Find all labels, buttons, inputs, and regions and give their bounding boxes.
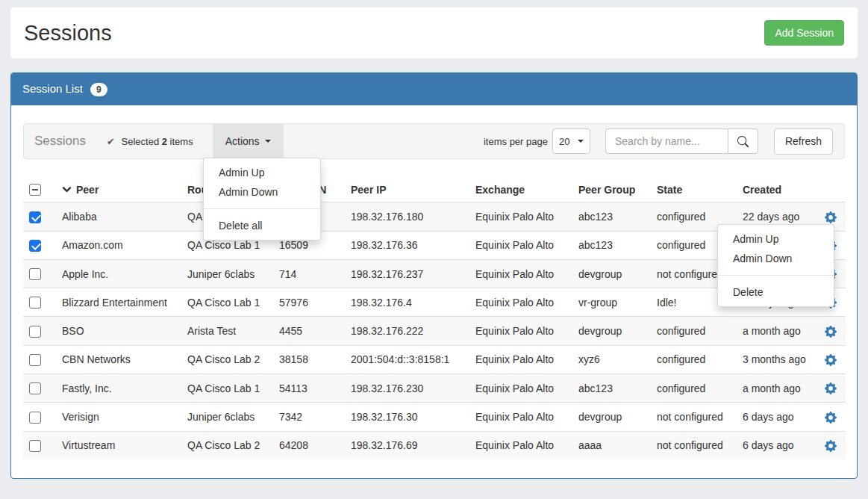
cell-router: Juniper 6clabs — [181, 259, 273, 288]
cell-peer-group: xyz6 — [572, 345, 651, 374]
cell-peer: CBN Networks — [56, 345, 181, 374]
cell-peer-ip: 198.32.176.230 — [345, 374, 469, 403]
actions-button[interactable]: Actions — [213, 124, 284, 158]
cell-exchange: Equinix Palo Alto — [469, 374, 572, 403]
cell-exchange: Equinix Palo Alto — [469, 231, 572, 259]
search-button[interactable] — [728, 128, 758, 154]
cell-router: Juniper 6clabs — [181, 403, 273, 431]
row-checkbox[interactable] — [29, 240, 41, 252]
cell-exchange: Equinix Palo Alto — [469, 403, 572, 431]
cell-peer: Fastly, Inc. — [56, 374, 181, 403]
search-icon — [737, 136, 749, 147]
row-actions-cell — [811, 345, 846, 374]
cell-exchange: Equinix Palo Alto — [469, 317, 572, 345]
items-per-page-value: 20 — [559, 136, 569, 147]
select-all-checkbox[interactable] — [29, 184, 41, 196]
cell-peer: Verisign — [56, 403, 181, 431]
row-checkbox-cell — [23, 374, 56, 403]
menu-divider — [718, 275, 834, 276]
row-checkbox[interactable] — [29, 326, 41, 338]
page-header: Sessions Add Session — [10, 7, 858, 58]
cell-router: QA Cisco Lab 2 — [181, 345, 273, 374]
selected-text: Selected — [122, 136, 160, 147]
cell-peer-ip: 198.32.176.36 — [345, 231, 469, 259]
menu-item-admin-up[interactable]: Admin Up — [204, 163, 320, 182]
row-actions-cell — [811, 403, 846, 431]
cell-peer-group: devgroup — [572, 259, 651, 288]
row-checkbox[interactable] — [29, 297, 41, 309]
row-checkbox[interactable] — [29, 382, 41, 394]
panel-title: Session List — [22, 82, 83, 95]
cell-peer-ip: 198.32.176.237 — [345, 259, 469, 288]
gear-icon[interactable] — [825, 211, 837, 223]
cell-exchange: Equinix Palo Alto — [469, 288, 572, 317]
menu-item-delete-all[interactable]: Delete all — [204, 216, 320, 235]
menu-item-admin-up[interactable]: Admin Up — [718, 229, 834, 249]
selected-items-text: items — [170, 136, 193, 147]
cell-exchange: Equinix Palo Alto — [469, 259, 572, 288]
cell-peer-ip: 2001:504:d::3:8158:1 — [345, 345, 469, 374]
row-checkbox[interactable] — [29, 440, 41, 452]
gear-icon[interactable] — [825, 326, 837, 338]
menu-item-admin-down[interactable]: Admin Down — [204, 182, 320, 202]
cell-router: Arista Test — [181, 317, 273, 345]
gear-icon[interactable] — [825, 354, 837, 366]
selected-count: 2 — [162, 136, 167, 147]
column-header-peer-group[interactable]: Peer Group — [572, 177, 651, 202]
column-header-peer[interactable]: Peer — [76, 184, 99, 196]
session-count-badge: 9 — [90, 83, 107, 96]
cell-exchange: Equinix Palo Alto — [469, 345, 572, 374]
row-checkbox-cell — [23, 317, 56, 345]
cell-peer: BSO — [56, 317, 181, 345]
row-actions-cell — [811, 317, 846, 345]
table-row: VerisignJuniper 6clabs7342198.32.176.30E… — [23, 403, 846, 431]
add-session-button[interactable]: Add Session — [764, 20, 844, 46]
cell-created: a month ago — [737, 374, 811, 403]
row-checkbox-cell — [23, 345, 56, 374]
row-actions-cell — [811, 431, 846, 459]
cell-peer-group: devgroup — [572, 317, 651, 345]
cell-exchange: Equinix Palo Alto — [469, 431, 572, 459]
gear-icon[interactable] — [825, 382, 837, 394]
row-checkbox[interactable] — [29, 268, 41, 280]
cell-peer: Apple Inc. — [56, 259, 181, 288]
cell-peer: Alibaba — [56, 202, 181, 231]
cell-asn: 57976 — [273, 288, 345, 317]
cell-state: configured — [651, 374, 737, 403]
row-actions-cell — [811, 374, 846, 403]
table-row: Fastly, Inc.QA Cisco Lab 154113198.32.17… — [23, 374, 846, 403]
row-checkbox[interactable] — [29, 354, 41, 366]
column-header-peer-ip[interactable]: Peer IP — [345, 177, 469, 202]
cell-router: QA Cisco Lab 2 — [181, 431, 273, 459]
menu-item-admin-down[interactable]: Admin Down — [718, 249, 834, 268]
column-header-actions — [811, 177, 846, 202]
search-input[interactable] — [605, 128, 728, 154]
gear-icon[interactable] — [825, 440, 837, 452]
column-header-state[interactable]: State — [651, 177, 737, 202]
cell-exchange: Equinix Palo Alto — [469, 202, 572, 231]
cell-asn: 4455 — [273, 317, 345, 345]
chevron-down-icon — [265, 140, 271, 143]
cell-peer-group: aaaa — [572, 431, 651, 459]
chevron-down-icon — [578, 140, 584, 143]
row-checkbox[interactable] — [29, 211, 41, 223]
table-row: CBN NetworksQA Cisco Lab 2381582001:504:… — [23, 345, 846, 374]
row-checkbox[interactable] — [29, 412, 41, 424]
cell-asn: 38158 — [273, 345, 345, 374]
items-per-page-select[interactable]: 20 — [552, 128, 590, 154]
cell-asn: 714 — [273, 259, 345, 288]
row-checkbox-cell — [23, 202, 56, 231]
cell-peer-group: abc123 — [572, 374, 651, 403]
column-header-exchange[interactable]: Exchange — [469, 177, 572, 202]
table-label: Sessions — [34, 134, 86, 149]
row-checkbox-cell — [23, 231, 56, 259]
refresh-button[interactable]: Refresh — [774, 128, 833, 155]
cell-created: 3 months ago — [737, 345, 811, 374]
actions-dropdown-menu: Admin UpAdmin DownDelete all — [203, 158, 321, 241]
cell-peer-ip: 198.32.176.180 — [345, 202, 469, 231]
table-header-row: Peer Router Peer ASN Peer IP Exchange Pe… — [23, 177, 846, 202]
gear-icon[interactable] — [825, 412, 837, 424]
sort-descending-icon[interactable] — [62, 185, 72, 194]
column-header-created[interactable]: Created — [737, 177, 811, 202]
menu-item-delete[interactable]: Delete — [718, 282, 834, 302]
